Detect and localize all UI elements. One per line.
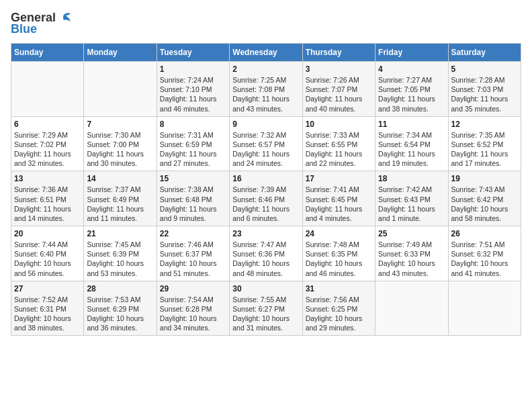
day-number: 5 [451, 64, 518, 74]
logo-bird-icon [57, 12, 72, 24]
day-number: 17 [306, 174, 372, 183]
day-info: Sunrise: 7:54 AMSunset: 6:28 PMDaylight:… [160, 295, 226, 333]
day-number: 15 [160, 174, 226, 183]
day-number: 11 [378, 120, 445, 129]
day-number: 8 [160, 120, 226, 129]
calendar-cell: 19Sunrise: 7:43 AMSunset: 6:42 PMDayligh… [448, 171, 521, 226]
day-number: 22 [160, 229, 226, 238]
day-info: Sunrise: 7:41 AMSunset: 6:45 PMDaylight:… [306, 185, 372, 223]
day-info: Sunrise: 7:37 AMSunset: 6:49 PMDaylight:… [87, 185, 153, 223]
day-number: 27 [14, 284, 81, 293]
day-info: Sunrise: 7:35 AMSunset: 6:52 PMDaylight:… [451, 130, 518, 169]
calendar-cell: 25Sunrise: 7:49 AMSunset: 6:33 PMDayligh… [375, 226, 448, 281]
weekday-header-thursday: Thursday [302, 44, 375, 62]
day-number: 23 [232, 229, 299, 238]
day-info: Sunrise: 7:31 AMSunset: 6:59 PMDaylight:… [160, 130, 226, 169]
day-number: 7 [87, 120, 153, 129]
day-number: 4 [378, 64, 445, 74]
calendar-cell: 16Sunrise: 7:39 AMSunset: 6:46 PMDayligh… [230, 171, 302, 226]
calendar-cell: 21Sunrise: 7:45 AMSunset: 6:39 PMDayligh… [84, 226, 157, 281]
calendar-cell: 18Sunrise: 7:42 AMSunset: 6:43 PMDayligh… [375, 171, 448, 226]
day-info: Sunrise: 7:34 AMSunset: 6:54 PMDaylight:… [378, 130, 445, 169]
day-number: 13 [14, 174, 81, 183]
calendar-cell: 31Sunrise: 7:56 AMSunset: 6:25 PMDayligh… [302, 281, 375, 336]
calendar-week-row: 13Sunrise: 7:36 AMSunset: 6:51 PMDayligh… [11, 171, 521, 226]
day-number: 25 [378, 229, 445, 238]
weekday-header-monday: Monday [84, 44, 157, 62]
calendar-cell: 7Sunrise: 7:30 AMSunset: 7:00 PMDaylight… [84, 116, 157, 171]
day-number: 16 [232, 174, 299, 183]
day-number: 10 [306, 120, 372, 129]
day-number: 12 [451, 120, 518, 129]
calendar-cell: 15Sunrise: 7:38 AMSunset: 6:48 PMDayligh… [157, 171, 229, 226]
calendar-cell: 23Sunrise: 7:47 AMSunset: 6:36 PMDayligh… [230, 226, 302, 281]
calendar-cell: 22Sunrise: 7:46 AMSunset: 6:37 PMDayligh… [157, 226, 229, 281]
day-info: Sunrise: 7:44 AMSunset: 6:40 PMDaylight:… [14, 240, 81, 278]
day-info: Sunrise: 7:28 AMSunset: 7:03 PMDaylight:… [451, 75, 518, 113]
day-info: Sunrise: 7:24 AMSunset: 7:10 PMDaylight:… [160, 75, 226, 113]
weekday-header-wednesday: Wednesday [230, 44, 302, 62]
day-info: Sunrise: 7:55 AMSunset: 6:27 PMDaylight:… [232, 295, 299, 333]
weekday-header-saturday: Saturday [448, 44, 521, 62]
day-number: 14 [87, 174, 153, 183]
calendar-cell: 6Sunrise: 7:29 AMSunset: 7:02 PMDaylight… [11, 116, 84, 171]
day-info: Sunrise: 7:36 AMSunset: 6:51 PMDaylight:… [14, 185, 81, 223]
calendar-cell: 12Sunrise: 7:35 AMSunset: 6:52 PMDayligh… [448, 116, 521, 171]
day-info: Sunrise: 7:33 AMSunset: 6:55 PMDaylight:… [306, 130, 372, 169]
calendar-cell: 3Sunrise: 7:26 AMSunset: 7:07 PMDaylight… [302, 62, 375, 117]
weekday-header-sunday: Sunday [11, 44, 84, 62]
day-number: 24 [306, 229, 372, 238]
calendar-cell: 20Sunrise: 7:44 AMSunset: 6:40 PMDayligh… [11, 226, 84, 281]
day-number: 1 [160, 64, 226, 74]
calendar-week-row: 6Sunrise: 7:29 AMSunset: 7:02 PMDaylight… [11, 116, 521, 171]
calendar-cell: 2Sunrise: 7:25 AMSunset: 7:08 PMDaylight… [230, 62, 302, 117]
day-info: Sunrise: 7:48 AMSunset: 6:35 PMDaylight:… [306, 240, 372, 278]
weekday-header-tuesday: Tuesday [157, 44, 229, 62]
calendar-cell: 10Sunrise: 7:33 AMSunset: 6:55 PMDayligh… [302, 116, 375, 171]
day-info: Sunrise: 7:38 AMSunset: 6:48 PMDaylight:… [160, 185, 226, 223]
day-info: Sunrise: 7:46 AMSunset: 6:37 PMDaylight:… [160, 240, 226, 278]
day-number: 18 [378, 174, 445, 183]
day-info: Sunrise: 7:53 AMSunset: 6:29 PMDaylight:… [87, 295, 153, 333]
day-info: Sunrise: 7:32 AMSunset: 6:57 PMDaylight:… [232, 130, 299, 169]
calendar-cell: 27Sunrise: 7:52 AMSunset: 6:31 PMDayligh… [11, 281, 84, 336]
day-number: 29 [160, 284, 226, 293]
calendar-cell [448, 281, 521, 336]
day-info: Sunrise: 7:47 AMSunset: 6:36 PMDaylight:… [232, 240, 299, 278]
day-number: 28 [87, 284, 153, 293]
calendar-cell [11, 62, 84, 117]
calendar-cell: 28Sunrise: 7:53 AMSunset: 6:29 PMDayligh… [84, 281, 157, 336]
calendar-cell: 29Sunrise: 7:54 AMSunset: 6:28 PMDayligh… [157, 281, 229, 336]
calendar-cell: 8Sunrise: 7:31 AMSunset: 6:59 PMDaylight… [157, 116, 229, 171]
calendar-cell [375, 281, 448, 336]
calendar-cell: 1Sunrise: 7:24 AMSunset: 7:10 PMDaylight… [157, 62, 229, 117]
day-number: 26 [451, 229, 518, 238]
weekday-header-row: SundayMondayTuesdayWednesdayThursdayFrid… [11, 44, 521, 62]
day-info: Sunrise: 7:29 AMSunset: 7:02 PMDaylight:… [14, 130, 81, 169]
day-number: 30 [232, 284, 299, 293]
day-info: Sunrise: 7:56 AMSunset: 6:25 PMDaylight:… [306, 295, 372, 333]
day-number: 3 [306, 64, 372, 74]
day-info: Sunrise: 7:49 AMSunset: 6:33 PMDaylight:… [378, 240, 445, 278]
calendar-cell: 9Sunrise: 7:32 AMSunset: 6:57 PMDaylight… [230, 116, 302, 171]
day-number: 9 [232, 120, 299, 129]
day-info: Sunrise: 7:52 AMSunset: 6:31 PMDaylight:… [14, 295, 81, 333]
day-info: Sunrise: 7:45 AMSunset: 6:39 PMDaylight:… [87, 240, 153, 278]
calendar-week-row: 27Sunrise: 7:52 AMSunset: 6:31 PMDayligh… [11, 281, 521, 336]
day-number: 31 [306, 284, 372, 293]
day-number: 6 [14, 120, 81, 129]
calendar-header: SundayMondayTuesdayWednesdayThursdayFrid… [11, 44, 521, 62]
day-info: Sunrise: 7:39 AMSunset: 6:46 PMDaylight:… [232, 185, 299, 223]
day-info: Sunrise: 7:25 AMSunset: 7:08 PMDaylight:… [232, 75, 299, 113]
calendar-table: SundayMondayTuesdayWednesdayThursdayFrid… [11, 43, 521, 336]
day-info: Sunrise: 7:30 AMSunset: 7:00 PMDaylight:… [87, 130, 153, 169]
day-info: Sunrise: 7:27 AMSunset: 7:05 PMDaylight:… [378, 75, 445, 113]
calendar-cell: 14Sunrise: 7:37 AMSunset: 6:49 PMDayligh… [84, 171, 157, 226]
calendar-cell: 13Sunrise: 7:36 AMSunset: 6:51 PMDayligh… [11, 171, 84, 226]
calendar-cell: 17Sunrise: 7:41 AMSunset: 6:45 PMDayligh… [302, 171, 375, 226]
page-header: General Blue [11, 11, 521, 36]
logo-blue: Blue [11, 22, 37, 36]
day-info: Sunrise: 7:51 AMSunset: 6:32 PMDaylight:… [451, 240, 518, 278]
logo: General Blue [11, 11, 72, 36]
day-number: 2 [232, 64, 299, 74]
